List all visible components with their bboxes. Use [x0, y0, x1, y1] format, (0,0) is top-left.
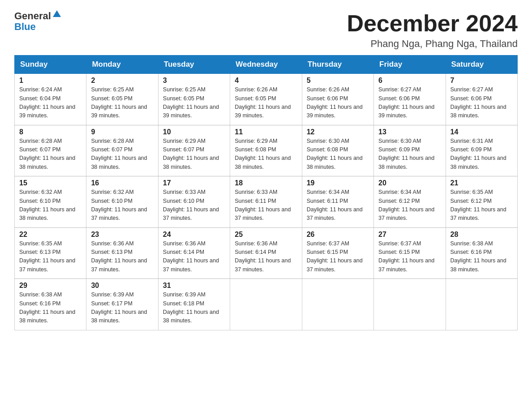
- calendar-cell: 26Sunrise: 6:37 AMSunset: 6:15 PMDayligh…: [302, 227, 373, 279]
- day-number: 4: [235, 77, 298, 85]
- week-row-1: 1Sunrise: 6:24 AMSunset: 6:04 PMDaylight…: [15, 74, 518, 125]
- column-header-thursday: Thursday: [302, 56, 373, 74]
- day-info: Sunrise: 6:36 AMSunset: 6:13 PMDaylight:…: [91, 240, 154, 274]
- calendar-cell: 10Sunrise: 6:29 AMSunset: 6:07 PMDayligh…: [158, 125, 230, 176]
- calendar-cell: 18Sunrise: 6:33 AMSunset: 6:11 PMDayligh…: [230, 176, 302, 228]
- calendar-cell: 21Sunrise: 6:35 AMSunset: 6:12 PMDayligh…: [446, 176, 517, 228]
- day-info: Sunrise: 6:34 AMSunset: 6:11 PMDaylight:…: [307, 188, 370, 223]
- day-number: 15: [19, 179, 82, 187]
- day-info: Sunrise: 6:38 AMSunset: 6:16 PMDaylight:…: [450, 240, 514, 274]
- calendar-cell: [446, 279, 517, 330]
- day-number: 31: [163, 282, 226, 290]
- calendar-cell: 7Sunrise: 6:27 AMSunset: 6:06 PMDaylight…: [446, 74, 517, 125]
- day-info: Sunrise: 6:26 AMSunset: 6:05 PMDaylight:…: [235, 86, 298, 120]
- day-info: Sunrise: 6:34 AMSunset: 6:12 PMDaylight:…: [378, 188, 442, 223]
- week-row-5: 29Sunrise: 6:38 AMSunset: 6:16 PMDayligh…: [15, 279, 518, 330]
- calendar-cell: 5Sunrise: 6:26 AMSunset: 6:06 PMDaylight…: [302, 74, 373, 125]
- column-header-wednesday: Wednesday: [230, 56, 302, 74]
- calendar-cell: 17Sunrise: 6:33 AMSunset: 6:10 PMDayligh…: [158, 176, 230, 228]
- column-header-sunday: Sunday: [15, 56, 86, 74]
- day-info: Sunrise: 6:29 AMSunset: 6:08 PMDaylight:…: [235, 137, 298, 172]
- day-number: 1: [19, 77, 82, 85]
- calendar-cell: 27Sunrise: 6:37 AMSunset: 6:15 PMDayligh…: [374, 227, 446, 279]
- day-info: Sunrise: 6:25 AMSunset: 6:05 PMDaylight:…: [91, 86, 154, 120]
- calendar-cell: 28Sunrise: 6:38 AMSunset: 6:16 PMDayligh…: [446, 227, 517, 279]
- calendar-header-row: SundayMondayTuesdayWednesdayThursdayFrid…: [15, 56, 518, 74]
- calendar-cell: 16Sunrise: 6:32 AMSunset: 6:10 PMDayligh…: [86, 176, 158, 228]
- calendar-cell: 13Sunrise: 6:30 AMSunset: 6:09 PMDayligh…: [374, 125, 446, 176]
- calendar-table: SundayMondayTuesdayWednesdayThursdayFrid…: [14, 55, 518, 330]
- day-number: 10: [163, 128, 226, 136]
- day-number: 8: [19, 128, 82, 136]
- day-info: Sunrise: 6:28 AMSunset: 6:07 PMDaylight:…: [19, 137, 82, 172]
- day-info: Sunrise: 6:39 AMSunset: 6:17 PMDaylight:…: [91, 291, 154, 325]
- day-number: 25: [235, 231, 298, 239]
- week-row-4: 22Sunrise: 6:35 AMSunset: 6:13 PMDayligh…: [15, 227, 518, 279]
- day-number: 28: [450, 231, 514, 239]
- calendar-cell: 30Sunrise: 6:39 AMSunset: 6:17 PMDayligh…: [86, 279, 158, 330]
- calendar-cell: 20Sunrise: 6:34 AMSunset: 6:12 PMDayligh…: [374, 176, 446, 228]
- day-info: Sunrise: 6:35 AMSunset: 6:13 PMDaylight:…: [19, 240, 82, 274]
- day-info: Sunrise: 6:30 AMSunset: 6:09 PMDaylight:…: [378, 137, 442, 172]
- day-info: Sunrise: 6:37 AMSunset: 6:15 PMDaylight:…: [307, 240, 370, 274]
- calendar-cell: [374, 279, 446, 330]
- calendar-cell: [230, 279, 302, 330]
- calendar-cell: 22Sunrise: 6:35 AMSunset: 6:13 PMDayligh…: [15, 227, 86, 279]
- day-info: Sunrise: 6:35 AMSunset: 6:12 PMDaylight:…: [450, 188, 514, 223]
- calendar-cell: 14Sunrise: 6:31 AMSunset: 6:09 PMDayligh…: [446, 125, 517, 176]
- calendar-cell: 31Sunrise: 6:39 AMSunset: 6:18 PMDayligh…: [158, 279, 230, 330]
- day-info: Sunrise: 6:36 AMSunset: 6:14 PMDaylight:…: [163, 240, 226, 274]
- column-header-friday: Friday: [374, 56, 446, 74]
- logo: General Blue: [14, 11, 61, 32]
- calendar-cell: 2Sunrise: 6:25 AMSunset: 6:05 PMDaylight…: [86, 74, 158, 125]
- day-number: 6: [378, 77, 442, 85]
- page-header: General Blue December 2024 Phang Nga, Ph…: [14, 11, 518, 50]
- day-info: Sunrise: 6:32 AMSunset: 6:10 PMDaylight:…: [91, 188, 154, 223]
- day-info: Sunrise: 6:37 AMSunset: 6:15 PMDaylight:…: [378, 240, 442, 274]
- day-info: Sunrise: 6:30 AMSunset: 6:08 PMDaylight:…: [307, 137, 370, 172]
- day-number: 26: [307, 231, 370, 239]
- day-number: 27: [378, 231, 442, 239]
- day-info: Sunrise: 6:25 AMSunset: 6:05 PMDaylight:…: [163, 86, 226, 120]
- calendar-cell: 15Sunrise: 6:32 AMSunset: 6:10 PMDayligh…: [15, 176, 86, 228]
- calendar-cell: 8Sunrise: 6:28 AMSunset: 6:07 PMDaylight…: [15, 125, 86, 176]
- calendar-cell: 23Sunrise: 6:36 AMSunset: 6:13 PMDayligh…: [86, 227, 158, 279]
- column-header-tuesday: Tuesday: [158, 56, 230, 74]
- column-header-saturday: Saturday: [446, 56, 517, 74]
- day-number: 21: [450, 179, 514, 187]
- day-number: 3: [163, 77, 226, 85]
- day-info: Sunrise: 6:39 AMSunset: 6:18 PMDaylight:…: [163, 291, 226, 325]
- calendar-cell: 4Sunrise: 6:26 AMSunset: 6:05 PMDaylight…: [230, 74, 302, 125]
- day-number: 16: [91, 179, 154, 187]
- day-number: 12: [307, 128, 370, 136]
- logo-blue-text: Blue: [14, 21, 36, 32]
- day-number: 29: [19, 282, 82, 290]
- day-info: Sunrise: 6:29 AMSunset: 6:07 PMDaylight:…: [163, 137, 226, 172]
- calendar-cell: 9Sunrise: 6:28 AMSunset: 6:07 PMDaylight…: [86, 125, 158, 176]
- day-number: 30: [91, 282, 154, 290]
- day-number: 5: [307, 77, 370, 85]
- calendar-cell: [302, 279, 373, 330]
- day-number: 22: [19, 231, 82, 239]
- week-row-2: 8Sunrise: 6:28 AMSunset: 6:07 PMDaylight…: [15, 125, 518, 176]
- calendar-cell: 29Sunrise: 6:38 AMSunset: 6:16 PMDayligh…: [15, 279, 86, 330]
- day-number: 7: [450, 77, 514, 85]
- column-header-monday: Monday: [86, 56, 158, 74]
- day-number: 13: [378, 128, 442, 136]
- day-info: Sunrise: 6:28 AMSunset: 6:07 PMDaylight:…: [91, 137, 154, 172]
- calendar-cell: 25Sunrise: 6:36 AMSunset: 6:14 PMDayligh…: [230, 227, 302, 279]
- day-info: Sunrise: 6:27 AMSunset: 6:06 PMDaylight:…: [378, 86, 442, 120]
- day-number: 17: [163, 179, 226, 187]
- calendar-cell: 6Sunrise: 6:27 AMSunset: 6:06 PMDaylight…: [374, 74, 446, 125]
- day-info: Sunrise: 6:27 AMSunset: 6:06 PMDaylight:…: [450, 86, 514, 120]
- day-number: 24: [163, 231, 226, 239]
- calendar-cell: 1Sunrise: 6:24 AMSunset: 6:04 PMDaylight…: [15, 74, 86, 125]
- day-info: Sunrise: 6:33 AMSunset: 6:10 PMDaylight:…: [163, 188, 226, 223]
- calendar-cell: 3Sunrise: 6:25 AMSunset: 6:05 PMDaylight…: [158, 74, 230, 125]
- day-number: 2: [91, 77, 154, 85]
- day-number: 23: [91, 231, 154, 239]
- day-number: 9: [91, 128, 154, 136]
- calendar-cell: 24Sunrise: 6:36 AMSunset: 6:14 PMDayligh…: [158, 227, 230, 279]
- day-info: Sunrise: 6:38 AMSunset: 6:16 PMDaylight:…: [19, 291, 82, 325]
- day-number: 18: [235, 179, 298, 187]
